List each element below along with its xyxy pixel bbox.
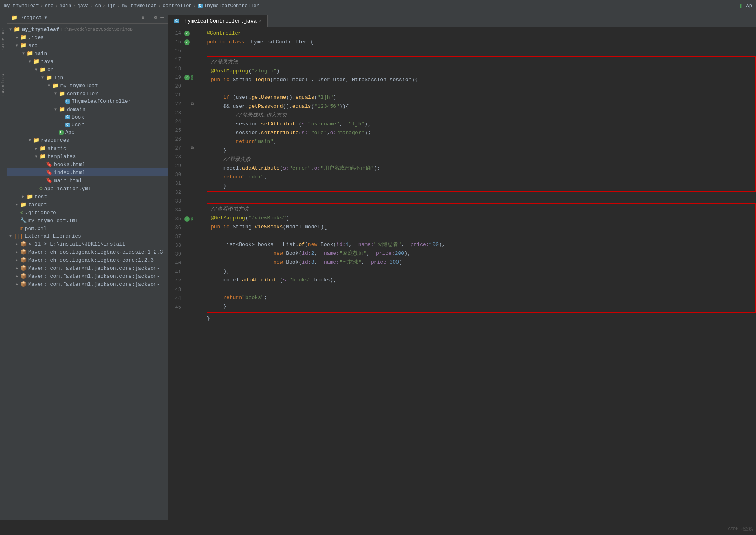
breadcrumb-item-4[interactable]: java	[77, 3, 89, 9]
tree-label-maven-logback-classic: Maven: ch.qos.logback:logback-classic:1.…	[28, 249, 163, 255]
tree-item-jdk[interactable]: ▶ 📦 < 11 > E:\install\JDK11\install	[7, 240, 168, 248]
breadcrumb-sep: ›	[193, 3, 196, 9]
left-strip: Structure Favorites	[0, 12, 7, 520]
tab-thymeleafcontroller[interactable]: C ThymeleafController.java ×	[168, 15, 268, 27]
tree-arrow: ▶	[14, 242, 20, 246]
tree-item-ljh[interactable]: ▼ 📁 ljh	[7, 74, 168, 82]
line-15-gutter: 15 ✓	[168, 38, 204, 47]
tab-close-button[interactable]: ×	[259, 19, 262, 24]
tree-item-app[interactable]: C App	[7, 129, 168, 136]
tree-item-iml[interactable]: 🔧 my_thymeleaf.iml	[7, 217, 168, 225]
app-icon[interactable]: Ap	[746, 3, 752, 9]
code-text-area[interactable]: @Controller public class ThymeleafContro…	[204, 29, 756, 323]
favorites-label[interactable]: Favorites	[1, 74, 6, 96]
collapse-icon[interactable]: ≡	[148, 14, 151, 21]
tree-item-main-html[interactable]: 🔖 main.html	[7, 176, 168, 184]
tree-item-maven-jackson-3[interactable]: ▶ 📦 Maven: com.fasterxml.jackson.core:ja…	[7, 280, 168, 288]
tree-item-templates[interactable]: ▼ 📁 templates	[7, 152, 168, 160]
tree-item-maven-logback-core[interactable]: ▶ 📦 Maven: ch.qos.logback:logback-core:1…	[7, 256, 168, 264]
tree-path-project: F:\myCode\crazyCode\SpringB	[61, 27, 133, 32]
tree-item-my-thymeleaf-pkg[interactable]: ▼ 📁 my_thymeleaf	[7, 82, 168, 90]
minimize-icon[interactable]: —	[160, 14, 164, 21]
tree-item-index-html[interactable]: 🔖 index.html	[7, 168, 168, 176]
tree-item-maven-logback-classic[interactable]: ▶ 📦 Maven: ch.qos.logback:logback-classi…	[7, 248, 168, 256]
file-tree-header: 📁 Project ▼ ⊕ ≡ ⚙ —	[7, 12, 168, 24]
tree-label-jdk: < 11 > E:\install\JDK11\install	[28, 241, 125, 247]
code-line-44: }	[207, 302, 755, 311]
folder-icon: 📁	[46, 74, 52, 81]
locate-icon[interactable]: ⊕	[142, 14, 145, 21]
settings-icon[interactable]: ⚙	[154, 14, 157, 21]
breadcrumb-sep: ›	[73, 3, 76, 9]
code-scroll[interactable]: 14 ✓ 15 ✓ 16	[168, 27, 756, 520]
breadcrumb-item-5[interactable]: cn	[95, 3, 101, 9]
breadcrumb-item-1[interactable]: my_thymeleaf	[4, 3, 39, 9]
tree-root-project[interactable]: ▼ 📁 my_thymeleaf F:\myCode\crazyCode\Spr…	[7, 25, 168, 33]
tree-item-external-libs[interactable]: ▼ ||| External Libraries	[7, 232, 168, 240]
tree-item-test[interactable]: ▶ 📁 test	[7, 193, 168, 201]
tree-item-maven-jackson-1[interactable]: ▶ 📦 Maven: com.fasterxml.jackson.core:ja…	[7, 264, 168, 272]
tree-item-books-html[interactable]: 🔖 books.html	[7, 160, 168, 168]
structure-label[interactable]: Structure	[1, 28, 6, 50]
tree-label-gitignore: .gitignore	[25, 210, 56, 216]
tree-arrow: ▶	[14, 258, 20, 262]
tree-item-target[interactable]: ▶ 📁 target	[7, 201, 168, 209]
tree-item-thymelafcontroller[interactable]: C ThymeleafController	[7, 98, 168, 105]
tree-item-maven-jackson-2[interactable]: ▶ 📦 Maven: com.fasterxml.jackson.core:ja…	[7, 272, 168, 280]
breadcrumb-item-9[interactable]: ThymeleafController	[204, 3, 259, 9]
breadcrumb-item-8[interactable]: controller	[163, 3, 192, 9]
line-num-16: 16	[168, 47, 184, 55]
file-tree-title: 📁 Project ▼	[11, 14, 47, 21]
tree-item-resources[interactable]: ▼ 📁 resources	[7, 136, 168, 144]
code-line-30: return "index";	[207, 173, 755, 182]
breadcrumb-item-7[interactable]: my_thymeleaf	[122, 3, 156, 9]
tree-item-domain[interactable]: ▼ 📁 domain	[7, 105, 168, 113]
section-login: //登录方法 @PostMapping("/login") public Str…	[207, 56, 756, 192]
html-icon-main: 🔖	[46, 177, 52, 184]
breadcrumb-item-6[interactable]: ljh	[107, 3, 116, 9]
tree-item-main[interactable]: ▼ 📁 main	[7, 49, 168, 57]
tree-arrow: ▼	[52, 92, 59, 96]
breadcrumb-actions: ⬆ Ap	[739, 2, 752, 10]
code-line-38: new Book( id: 2, name: "家庭教师", price: 20…	[207, 249, 755, 258]
tab-class-icon: C	[174, 19, 179, 23]
tree-item-user[interactable]: C User	[7, 121, 168, 129]
file-tree-content[interactable]: ▼ 📁 my_thymeleaf F:\myCode\crazyCode\Spr…	[7, 24, 168, 520]
code-line-16	[207, 47, 756, 55]
file-tree-panel: 📁 Project ▼ ⊕ ≡ ⚙ — ▼ 📁 my_thymeleaf F:\…	[7, 12, 168, 520]
tree-item-pom[interactable]: m pom.xml	[7, 225, 168, 232]
code-line-17: //登录方法	[207, 58, 755, 67]
tree-arrow: ▼	[20, 51, 27, 56]
tree-item-book[interactable]: C Book	[7, 113, 168, 121]
vcs-icon[interactable]: ⬆	[739, 2, 743, 10]
tree-arrow: ▶	[14, 35, 20, 40]
line-gutter: 14 ✓ 15 ✓ 16	[168, 29, 204, 323]
tree-label-templates: templates	[47, 154, 76, 160]
tree-item-idea[interactable]: ▶ 📁 .idea	[7, 33, 168, 41]
project-label[interactable]: Project	[20, 15, 42, 21]
line-18-gutter: 18	[168, 64, 204, 73]
code-line-22: && user.getPassword().equals("123456")){	[207, 102, 755, 111]
tree-label-cn: cn	[47, 67, 54, 73]
tree-label-iml: my_thymeleaf.iml	[28, 218, 78, 224]
tree-item-gitignore[interactable]: ⊙ .gitignore	[7, 209, 168, 217]
tree-item-application-yml[interactable]: ⚙ application.yml	[7, 184, 168, 193]
tree-arrow: ▶	[14, 202, 20, 207]
tree-arrow: ▼	[27, 59, 33, 64]
tree-arrow: ▼	[33, 68, 39, 72]
folder-icon: 📁	[20, 34, 27, 41]
yml-icon: ⚙	[39, 185, 43, 192]
breadcrumb-item-3[interactable]: main	[60, 3, 71, 9]
tree-item-java[interactable]: ▼ 📁 java	[7, 57, 168, 66]
tree-item-static[interactable]: ▶ 📁 static	[7, 144, 168, 152]
line-19-gutter: 19 ✓ @	[168, 73, 204, 82]
section-viewbooks: //查看图书方法 @GetMapping("/viewBooks") publi…	[207, 203, 756, 313]
project-dropdown-arrow[interactable]: ▼	[45, 16, 47, 20]
java-class-icon: C	[65, 99, 70, 104]
tree-item-src[interactable]: ▼ 📁 src	[7, 41, 168, 49]
tree-item-controller[interactable]: ▼ 📁 controller	[7, 90, 168, 98]
breadcrumb-sep: ›	[90, 3, 93, 9]
code-line-43: return "books";	[207, 293, 755, 302]
tree-item-cn[interactable]: ▼ 📁 cn	[7, 66, 168, 74]
breadcrumb-item-2[interactable]: src	[45, 3, 54, 9]
